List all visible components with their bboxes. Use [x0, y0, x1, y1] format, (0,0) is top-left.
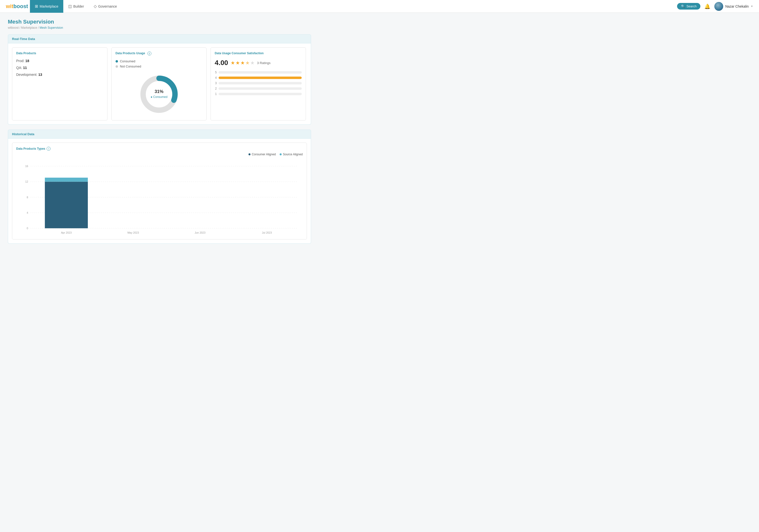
governance-icon: ◇: [94, 4, 97, 9]
bar-row-1: 1: [215, 92, 302, 96]
chart-info-icon[interactable]: i: [47, 147, 51, 151]
data-products-card: Data Products Prod: 18 QA: 11 Developmen…: [12, 47, 107, 120]
bar-track-3: [219, 82, 302, 84]
realtime-section-header: Real-Time Data: [8, 35, 311, 43]
realtime-section-body: Data Products Prod: 18 QA: 11 Developmen…: [8, 43, 311, 124]
data-products-card-title: Data Products: [16, 52, 103, 55]
consumer-aligned-label: Consumer Aligned: [252, 153, 276, 156]
dp-label-dev: Development:: [16, 73, 38, 77]
dp-value-prod: 18: [25, 59, 29, 63]
star-3: ★: [240, 60, 245, 66]
breadcrumb-middle[interactable]: Marketplace: [21, 26, 37, 29]
dp-label-qa: QA:: [16, 66, 23, 70]
usage-card-title: Data Products Usage i: [116, 52, 203, 56]
search-icon: 🔍: [681, 4, 685, 8]
star-2: ★: [235, 60, 240, 66]
bar-track-1: [219, 93, 302, 95]
dp-label-prod: Prod:: [16, 59, 25, 63]
star-1: ★: [231, 60, 235, 66]
bar-track-4: [219, 77, 302, 79]
usage-info-icon[interactable]: i: [147, 52, 151, 56]
bar-row-5: 5: [215, 71, 302, 74]
nav-right: 🔍 Search 🔔 Nazar Chekalin ▼: [677, 2, 753, 11]
nav-item-governance[interactable]: ◇ Governance: [89, 0, 122, 13]
page-title: Mesh Supervision: [8, 19, 311, 25]
stars-display: ★ ★ ★ ★ ★: [231, 60, 255, 66]
consumer-aligned-dot: [249, 153, 251, 155]
bar-row-2: 2: [215, 87, 302, 90]
y-label-12: 12: [25, 180, 28, 183]
avatar: [714, 2, 723, 11]
bar-label-4: 4: [215, 76, 217, 79]
data-products-usage-card: Data Products Usage i Consumed Not Consu…: [111, 47, 207, 120]
logo-wit: wit: [6, 3, 14, 9]
x-label-apr: Apr 2023: [61, 231, 72, 234]
legend-consumed: Consumed: [116, 60, 203, 63]
x-label-may: May 2023: [127, 231, 139, 234]
nav-item-marketplace[interactable]: ⊞ Marketplace: [30, 0, 63, 13]
avatar-image: [714, 2, 723, 11]
nav-item-builder[interactable]: ◫ Builder: [63, 0, 89, 13]
bar-chart-wrap: 16 12 8 4 0 Apr 2023: [16, 159, 303, 235]
legend-consumer-aligned: Consumer Aligned: [249, 153, 276, 156]
rating-count: 3 Ratings: [257, 61, 271, 65]
bar-label-1: 1: [215, 92, 217, 96]
y-label-16: 16: [25, 165, 28, 168]
bar-track-5: [219, 71, 302, 74]
dp-value-qa: 11: [23, 66, 27, 70]
source-aligned-label: Source Aligned: [283, 153, 303, 156]
satisfaction-card-title: Data Usage Consumer Satisfaction: [215, 52, 302, 55]
chart-header: Data Products Types i: [16, 147, 303, 151]
notifications-icon[interactable]: 🔔: [704, 3, 710, 9]
search-label: Search: [686, 4, 697, 8]
dp-row-dev: Development: 13: [16, 73, 103, 77]
bar-row-3: 3: [215, 81, 302, 85]
bar-apr-source: [45, 178, 88, 182]
donut-label: ● Consumed: [151, 95, 168, 99]
historical-section: Historical Data Data Products Types i Co…: [8, 130, 311, 244]
marketplace-icon: ⊞: [35, 4, 38, 9]
legend-source-aligned: Source Aligned: [280, 153, 303, 156]
consumed-label: Consumed: [120, 60, 136, 63]
bar-apr-consumer: [45, 182, 88, 228]
cards-row: Data Products Prod: 18 QA: 11 Developmen…: [12, 47, 307, 120]
chart-title: Data Products Types: [16, 147, 45, 150]
realtime-section-title: Real-Time Data: [12, 37, 35, 41]
nav-builder-label: Builder: [73, 4, 84, 8]
star-5: ★: [250, 60, 255, 66]
donut-chart-container: 31% ● Consumed: [116, 72, 203, 116]
historical-section-body: Data Products Types i Consumer Aligned S…: [8, 139, 311, 243]
bar-label-5: 5: [215, 71, 217, 74]
realtime-section: Real-Time Data Data Products Prod: 18 QA…: [8, 34, 311, 125]
satisfaction-card: Data Usage Consumer Satisfaction 4.00 ★ …: [211, 47, 306, 120]
consumed-dot: [116, 60, 118, 62]
y-label-0: 0: [27, 227, 28, 230]
bar-chart-svg: 16 12 8 4 0 Apr 2023: [16, 159, 303, 235]
nav-governance-label: Governance: [98, 4, 117, 8]
page-content: Mesh Supervision witboost / Marketplace …: [0, 13, 319, 255]
legend-not-consumed: Not Consumed: [116, 64, 203, 68]
breadcrumb-root[interactable]: witboost: [8, 26, 19, 29]
not-consumed-label: Not Consumed: [120, 64, 141, 68]
historical-section-title: Historical Data: [12, 132, 34, 136]
donut-percentage: 31%: [155, 89, 163, 94]
nav-items: ⊞ Marketplace ◫ Builder ◇ Governance: [30, 0, 677, 13]
y-label-8: 8: [27, 196, 28, 199]
search-button[interactable]: 🔍 Search: [677, 3, 700, 10]
y-label-4: 4: [27, 211, 28, 214]
bar-row-4: 4: [215, 76, 302, 79]
historical-section-header: Historical Data: [8, 130, 311, 139]
x-label-jun: Jun 2023: [194, 231, 205, 234]
logo[interactable]: witboost: [6, 3, 28, 10]
dp-row-prod: Prod: 18: [16, 59, 103, 63]
chart-legend: Consumer Aligned Source Aligned: [16, 153, 303, 156]
user-area[interactable]: Nazar Chekalin ▼: [714, 2, 753, 11]
bar-track-2: [219, 87, 302, 90]
logo-boost: boost: [14, 3, 28, 9]
usage-legend: Consumed Not Consumed: [116, 60, 203, 68]
rating-bars: 5 4 3: [215, 71, 302, 96]
usage-title-text: Data Products Usage: [116, 52, 145, 55]
source-aligned-dot: [280, 153, 282, 155]
bar-label-3: 3: [215, 81, 217, 85]
rating-top: 4.00 ★ ★ ★ ★ ★ 3 Ratings: [215, 59, 302, 67]
